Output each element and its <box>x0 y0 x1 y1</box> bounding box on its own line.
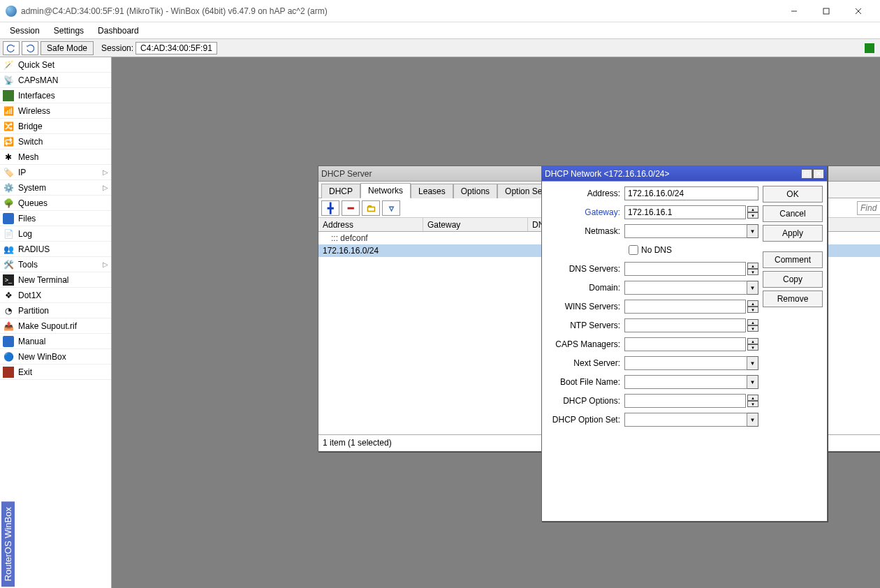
next-server-dropdown[interactable]: ▼ <box>747 356 758 370</box>
sidebar-item-exit[interactable]: Exit <box>0 365 111 380</box>
close-button[interactable] <box>842 1 874 21</box>
sidebar-item-log[interactable]: 📄Log <box>0 226 111 242</box>
sidebar-item-radius[interactable]: 👥RADIUS <box>0 242 111 257</box>
tab-options[interactable]: Options <box>453 184 497 198</box>
dhcp-options-input[interactable] <box>624 394 746 408</box>
sidebar-item-dot1x[interactable]: ❖Dot1X <box>0 288 111 303</box>
ok-button[interactable]: OK <box>763 186 823 203</box>
wins-servers-label: WINS Servers: <box>546 302 624 311</box>
nodns-label: No DNS <box>641 245 672 255</box>
sidebar-item-label: IP <box>18 168 26 177</box>
dns-spinner[interactable]: ▲▼ <box>747 263 758 275</box>
sidebar-item-label: Dot1X <box>18 291 41 300</box>
sidebar-item-label: System <box>18 183 46 193</box>
netmask-label: Netmask: <box>546 226 624 236</box>
caps-managers-label: CAPS Managers: <box>546 339 624 349</box>
dns-servers-input[interactable] <box>624 262 746 276</box>
minimize-button[interactable] <box>778 1 810 21</box>
ntp-spinner[interactable]: ▲▼ <box>747 319 758 332</box>
comment-button[interactable]: Comment <box>763 251 823 268</box>
col-gateway[interactable]: Gateway <box>423 218 528 231</box>
sidebar-item-mesh[interactable]: ✱Mesh <box>0 149 111 165</box>
sidebar-item-queues[interactable]: 🌳Queues <box>0 196 111 211</box>
sidebar-item-capsman[interactable]: 📡CAPsMAN <box>0 73 111 88</box>
caps-managers-input[interactable] <box>624 337 746 351</box>
supout-icon: 📤 <box>3 321 14 332</box>
domain-input[interactable] <box>624 281 747 295</box>
dhcp-option-set-input[interactable] <box>624 413 747 427</box>
dlg-close-button[interactable]: ✕ <box>813 169 824 179</box>
sidebar-item-bridge[interactable]: 🔀Bridge <box>0 119 111 134</box>
workspace: DHCP Server □ ✕ DHCP Networks Leases Opt… <box>112 57 880 588</box>
manual-icon <box>3 336 14 347</box>
sidebar-item-ip[interactable]: 🏷️IP▷ <box>0 165 111 180</box>
sidebar-item-system[interactable]: ⚙️System▷ <box>0 180 111 196</box>
tab-leases[interactable]: Leases <box>411 184 453 198</box>
safe-mode-button[interactable]: Safe Mode <box>41 41 94 55</box>
dhcp-option-set-dropdown[interactable]: ▼ <box>747 413 758 427</box>
menu-session[interactable]: Session <box>3 24 47 38</box>
sidebar-item-label: New WinBox <box>18 352 66 362</box>
gateway-input[interactable] <box>624 205 746 219</box>
cancel-button[interactable]: Cancel <box>763 205 823 222</box>
remove-button[interactable]: Remove <box>763 291 823 307</box>
sidebar-item-quick-set[interactable]: 🪄Quick Set <box>0 57 111 73</box>
dhcp-options-spinner[interactable]: ▲▼ <box>747 395 758 407</box>
sidebar-item-files[interactable]: Files <box>0 211 111 226</box>
status-indicator-icon <box>865 43 874 53</box>
filter-button[interactable]: ▿ <box>382 200 400 216</box>
sidebar-item-partition[interactable]: ◔Partition <box>0 303 111 318</box>
find-input[interactable] <box>857 201 880 215</box>
sidebar-item-make-supout[interactable]: 📤Make Supout.rif <box>0 318 111 334</box>
boot-file-dropdown[interactable]: ▼ <box>747 375 758 389</box>
sidebar-item-switch[interactable]: 🔁Switch <box>0 134 111 149</box>
sidebar-item-interfaces[interactable]: Interfaces <box>0 88 111 103</box>
menu-settings[interactable]: Settings <box>47 24 91 38</box>
sidebar-item-tools[interactable]: 🛠️Tools▷ <box>0 257 111 272</box>
remove-button[interactable]: ━ <box>342 200 360 216</box>
next-server-input[interactable] <box>624 356 747 370</box>
menubar: Session Settings Dashboard <box>0 22 880 39</box>
sidebar-item-wireless[interactable]: 📶Wireless <box>0 103 111 119</box>
exit-icon <box>3 367 14 378</box>
boot-file-label: Boot File Name: <box>546 377 624 387</box>
sidebar-item-new-terminal[interactable]: >_New Terminal <box>0 272 111 288</box>
comment-button[interactable]: 🗀 <box>362 200 380 216</box>
partition-icon: ◔ <box>3 305 14 316</box>
nodns-checkbox[interactable] <box>629 245 638 255</box>
tab-dhcp[interactable]: DHCP <box>321 184 360 198</box>
col-address[interactable]: Address <box>318 218 423 231</box>
dlg-titlebar[interactable]: DHCP Network <172.16.16.0/24> □ ✕ <box>542 166 827 182</box>
menu-dashboard[interactable]: Dashboard <box>91 24 146 38</box>
svg-rect-1 <box>823 8 829 14</box>
dlg-maximize-button[interactable]: □ <box>801 169 812 179</box>
sidebar-item-new-winbox[interactable]: 🔵New WinBox <box>0 349 111 365</box>
domain-dropdown[interactable]: ▼ <box>747 281 758 295</box>
dhcp-option-set-label: DHCP Option Set: <box>546 415 624 425</box>
switch-icon: 🔁 <box>3 136 14 147</box>
sidebar-item-manual[interactable]: Manual <box>0 334 111 349</box>
netmask-dropdown[interactable]: ▼ <box>747 224 758 238</box>
maximize-button[interactable] <box>810 1 842 21</box>
gateway-label[interactable]: Gateway: <box>546 207 624 217</box>
address-input[interactable] <box>624 186 758 200</box>
mesh-icon: ✱ <box>3 152 14 163</box>
add-button[interactable]: ╋ <box>321 200 339 216</box>
ntp-servers-input[interactable] <box>624 318 746 332</box>
copy-button[interactable]: Copy <box>763 271 823 288</box>
winbox-icon: 🔵 <box>3 351 14 362</box>
wins-servers-input[interactable] <box>624 300 746 314</box>
sidebar-item-label: Exit <box>18 367 32 377</box>
undo-button[interactable] <box>3 41 20 55</box>
caps-spinner[interactable]: ▲▼ <box>747 338 758 351</box>
tools-icon: 🛠️ <box>3 259 14 270</box>
tab-networks[interactable]: Networks <box>360 183 411 198</box>
row-comment: ::: defconf <box>318 233 372 243</box>
wins-spinner[interactable]: ▲▼ <box>747 300 758 313</box>
gateway-spinner[interactable]: ▲▼ <box>747 206 758 219</box>
apply-button[interactable]: Apply <box>763 225 823 242</box>
boot-file-input[interactable] <box>624 375 747 389</box>
antenna-icon: 📡 <box>3 75 14 86</box>
netmask-input[interactable] <box>624 224 747 238</box>
redo-button[interactable] <box>22 41 38 55</box>
